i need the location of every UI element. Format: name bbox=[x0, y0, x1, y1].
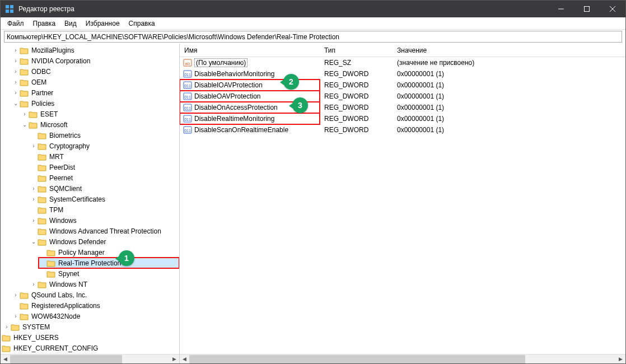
tree-item[interactable]: ›HKEY_USERS bbox=[1, 332, 179, 343]
tree-item[interactable]: ⌄Microsoft bbox=[21, 119, 179, 130]
menu-view[interactable]: Вид bbox=[60, 18, 81, 29]
caret-icon[interactable]: › bbox=[12, 68, 20, 74]
column-name[interactable]: Имя bbox=[180, 46, 320, 54]
folder-icon bbox=[38, 185, 46, 193]
tree-item[interactable]: ›WOW6432Node bbox=[12, 311, 179, 321]
value-name: DisableIOAVProtection bbox=[194, 81, 319, 89]
scroll-right-button[interactable]: ▶ bbox=[170, 354, 179, 364]
horizontal-scrollbar[interactable]: ◀ ▶ bbox=[1, 354, 179, 363]
tree-item[interactable]: ›NVIDIA Corporation bbox=[12, 55, 179, 66]
folder-icon bbox=[38, 206, 46, 214]
tree-item[interactable]: ›HKEY_CURRENT_CONFIG bbox=[1, 343, 179, 353]
tree-item[interactable]: ·Policy Manager bbox=[39, 247, 179, 258]
string-value-icon: ab bbox=[183, 58, 192, 67]
window-title: Редактор реестра bbox=[18, 5, 548, 13]
tree-item[interactable]: ⌄Policies bbox=[12, 98, 179, 109]
value-data: 0x00000001 (1) bbox=[393, 126, 625, 134]
caret-icon[interactable]: › bbox=[12, 313, 20, 319]
caret-icon[interactable]: › bbox=[30, 143, 38, 149]
tree-item[interactable]: ›ODBC bbox=[12, 66, 179, 77]
folder-icon bbox=[38, 153, 46, 161]
tree-item[interactable]: ›ESET bbox=[21, 109, 179, 119]
tree-item[interactable]: ›Partner bbox=[12, 87, 179, 98]
scrollbar-thumb[interactable] bbox=[189, 355, 525, 363]
caret-open-icon[interactable]: ⌄ bbox=[12, 100, 20, 106]
value-row[interactable]: 011DisableScanOnRealtimeEnable bbox=[180, 124, 320, 136]
value-row[interactable]: 011DisableBehaviorMonitoring bbox=[180, 68, 320, 80]
value-type: REG_DWORD bbox=[320, 104, 393, 111]
tree-item[interactable]: ·MRT bbox=[30, 151, 179, 162]
address-bar[interactable]: Компьютер\HKEY_LOCAL_MACHINE\SOFTWARE\Po… bbox=[4, 31, 622, 43]
tree-item[interactable]: ⌄Windows Defender bbox=[30, 236, 179, 247]
title-bar: Редактор реестра bbox=[1, 1, 625, 17]
folder-icon bbox=[46, 270, 55, 278]
value-row[interactable]: 011DisableRealtimeMonitoring bbox=[180, 113, 320, 124]
caret-icon[interactable]: › bbox=[12, 58, 20, 64]
menu-file[interactable]: Файл bbox=[3, 18, 29, 29]
binary-value-icon: 011 bbox=[183, 69, 192, 78]
folder-icon bbox=[38, 195, 46, 203]
horizontal-scrollbar[interactable]: ◀ ▶ bbox=[180, 354, 625, 363]
tree-item[interactable]: ·RegisteredApplications bbox=[12, 300, 179, 311]
tree-item[interactable]: ›MozillaPlugins bbox=[12, 45, 179, 55]
close-button[interactable] bbox=[600, 1, 625, 17]
menu-help[interactable]: Справка bbox=[124, 18, 160, 29]
tree-item[interactable]: ›SQMClient bbox=[30, 183, 179, 194]
column-type[interactable]: Тип bbox=[320, 46, 393, 54]
folder-icon bbox=[38, 238, 46, 246]
column-value[interactable]: Значение bbox=[393, 46, 625, 54]
tree-item[interactable]: ·Windows Advanced Threat Protection bbox=[30, 226, 179, 236]
menu-favorites[interactable]: Избранное bbox=[81, 18, 124, 29]
values-pane[interactable]: Имя Тип Значение ab(По умолчанию)REG_SZ(… bbox=[180, 44, 625, 363]
tree-item[interactable]: ›QSound Labs, Inc. bbox=[12, 290, 179, 300]
tree-item[interactable]: ›SystemCertificates bbox=[30, 194, 179, 204]
tree-item[interactable]: ·Biometrics bbox=[30, 130, 179, 141]
folder-icon bbox=[20, 46, 29, 54]
value-type: REG_DWORD bbox=[320, 115, 393, 123]
tree-item[interactable]: ›SYSTEM bbox=[3, 321, 179, 332]
caret-open-icon[interactable]: ⌄ bbox=[21, 122, 29, 128]
caret-icon[interactable]: › bbox=[12, 79, 20, 85]
folder-icon bbox=[20, 68, 29, 76]
value-type: REG_DWORD bbox=[320, 126, 393, 134]
svg-text:011: 011 bbox=[184, 106, 191, 110]
tree-item[interactable]: ·Spynet bbox=[39, 268, 179, 279]
tree-item[interactable]: ·Peernet bbox=[30, 172, 179, 183]
tree-item[interactable]: ·PeerDist bbox=[30, 162, 179, 172]
caret-icon[interactable]: › bbox=[30, 281, 38, 287]
minimize-button[interactable] bbox=[548, 1, 574, 17]
tree-item[interactable]: ›OEM bbox=[12, 77, 179, 87]
menu-edit[interactable]: Правка bbox=[29, 18, 60, 29]
value-name: DisableBehaviorMonitoring bbox=[194, 70, 319, 78]
caret-open-icon[interactable]: ⌄ bbox=[30, 239, 38, 245]
tree-pane[interactable]: ›MozillaPlugins ›NVIDIA Corporation ›ODB… bbox=[1, 44, 180, 363]
value-row[interactable]: ab(По умолчанию) bbox=[180, 57, 320, 68]
scrollbar-thumb[interactable] bbox=[10, 355, 122, 363]
folder-icon bbox=[20, 302, 29, 310]
caret-icon[interactable]: › bbox=[3, 324, 11, 330]
scroll-left-button[interactable]: ◀ bbox=[1, 354, 10, 364]
folder-icon bbox=[46, 259, 55, 267]
tree-item-selected[interactable]: ·Real-Time Protection bbox=[39, 258, 179, 268]
caret-icon[interactable]: › bbox=[21, 111, 29, 117]
maximize-button[interactable] bbox=[574, 1, 600, 17]
tree-item[interactable]: ›Windows NT bbox=[30, 279, 179, 290]
caret-icon[interactable]: › bbox=[12, 47, 20, 53]
caret-icon[interactable]: › bbox=[12, 292, 20, 298]
folder-icon bbox=[20, 57, 29, 65]
folder-icon bbox=[20, 100, 29, 108]
value-type: REG_DWORD bbox=[320, 92, 393, 100]
caret-icon[interactable]: › bbox=[30, 217, 38, 223]
tree-item[interactable]: ›Cryptography bbox=[30, 141, 179, 151]
menu-bar: Файл Правка Вид Избранное Справка bbox=[1, 17, 625, 30]
binary-value-icon: 011 bbox=[183, 92, 192, 101]
caret-icon[interactable]: › bbox=[30, 196, 38, 202]
svg-text:011: 011 bbox=[184, 73, 191, 77]
scroll-left-button[interactable]: ◀ bbox=[180, 354, 189, 364]
tree-item[interactable]: ·TPM bbox=[30, 204, 179, 215]
caret-icon[interactable]: › bbox=[30, 185, 38, 192]
binary-value-icon: 011 bbox=[183, 103, 192, 112]
scroll-right-button[interactable]: ▶ bbox=[616, 354, 625, 364]
caret-icon[interactable]: › bbox=[12, 90, 20, 96]
tree-item[interactable]: ›Windows bbox=[30, 215, 179, 226]
